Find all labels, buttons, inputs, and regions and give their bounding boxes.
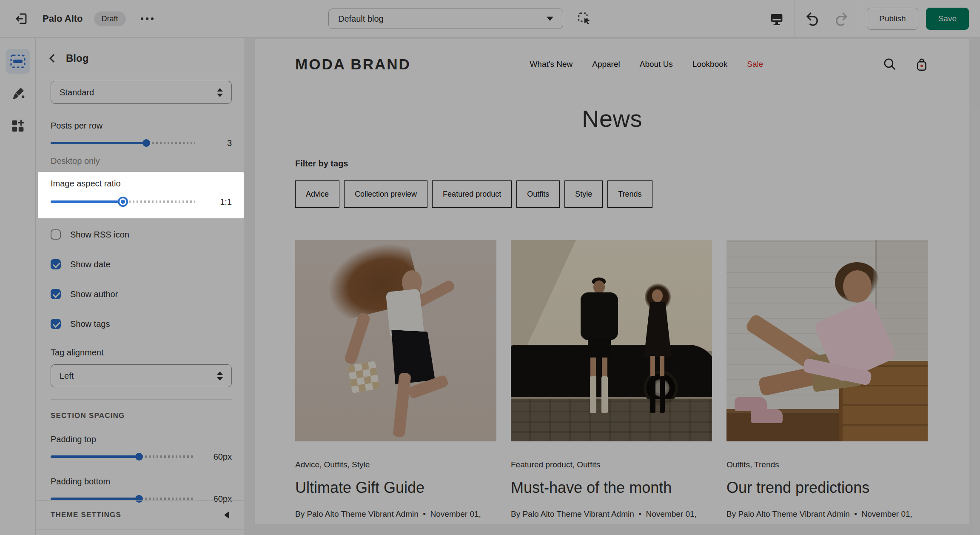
show-tags-checkbox-row[interactable]: Show tags [51, 319, 232, 329]
site-logo[interactable]: MODA BRAND [295, 56, 411, 73]
publish-button[interactable]: Publish [867, 8, 918, 30]
checkbox[interactable] [51, 259, 61, 269]
sidebar-title: Blog [66, 52, 88, 64]
nav-whats-new[interactable]: What's New [530, 60, 573, 69]
slider-thumb[interactable] [142, 139, 150, 147]
post-byline: By Palo Alto Theme Vibrant Admin • Novem… [295, 504, 496, 524]
back-chevron-icon[interactable] [49, 54, 58, 63]
apps-icon [11, 119, 25, 133]
blog-post-image[interactable] [295, 240, 496, 441]
post-tags[interactable]: Outfits, Trends [726, 460, 928, 469]
redo-icon [833, 11, 849, 26]
select-caret-icon [217, 372, 223, 381]
rail-apps-tab[interactable] [6, 114, 30, 138]
blog-post-card: Outfits, Trends Our trend predictions By… [726, 240, 928, 524]
tag-filter-featured-product[interactable]: Featured product [432, 180, 512, 208]
tag-filter-outfits[interactable]: Outfits [516, 180, 560, 208]
tag-filter-trends[interactable]: Trends [607, 180, 652, 208]
theme-editor-app: Palo Alto Draft Default blog [0, 0, 980, 535]
tag-filter-collection-preview[interactable]: Collection preview [344, 180, 427, 208]
rail-theme-settings-tab[interactable] [6, 81, 30, 106]
page-title: News [295, 105, 929, 132]
post-tags[interactable]: Featured product, Outfits [511, 460, 712, 469]
exit-editor-button[interactable] [11, 9, 31, 29]
redo-button[interactable] [831, 9, 851, 29]
preview-canvas: MODA BRAND What's New Apparel About Us L… [244, 38, 980, 535]
more-actions-button[interactable] [137, 9, 157, 29]
section-picker-button[interactable] [574, 9, 595, 29]
slider-thumb[interactable] [135, 453, 143, 461]
tag-filter-row: Advice Collection preview Featured produ… [295, 180, 929, 208]
divider [859, 0, 859, 37]
sections-icon [10, 54, 26, 69]
checkbox[interactable] [51, 289, 61, 299]
search-icon[interactable] [882, 57, 897, 72]
blog-post-image[interactable] [726, 240, 928, 441]
post-byline: By Palo Alto Theme Vibrant Admin • Novem… [511, 504, 712, 524]
blog-post-grid: Advice, Outfits, Style Ultimate Gift Gui… [295, 240, 929, 524]
tag-filter-style[interactable]: Style [564, 180, 603, 208]
tag-alignment-select[interactable]: Left [51, 364, 232, 387]
tag-alignment-setting: Tag alignment Left [51, 348, 232, 387]
image-aspect-ratio-spotlight: Image aspect ratio 1:1 [38, 172, 244, 218]
select-caret-icon [217, 88, 223, 97]
setting-label: Image aspect ratio [51, 179, 232, 189]
topbar: Palo Alto Draft Default blog [0, 0, 980, 37]
setting-label: Tag alignment [51, 348, 232, 358]
post-tags[interactable]: Advice, Outfits, Style [295, 460, 496, 469]
cart-bag-icon[interactable] [914, 57, 929, 72]
chevron-down-icon [547, 17, 553, 21]
post-title[interactable]: Must-have of the month [511, 479, 712, 497]
checkbox[interactable] [51, 229, 61, 240]
undo-button[interactable] [803, 9, 823, 29]
show-author-checkbox-row[interactable]: Show author [51, 289, 232, 299]
nav-lookbook[interactable]: Lookbook [692, 60, 727, 69]
site-nav: What's New Apparel About Us Lookbook Sal… [530, 60, 763, 69]
tag-filter-advice[interactable]: Advice [295, 180, 339, 208]
blog-post-card: Featured product, Outfits Must-have of t… [511, 240, 712, 524]
divider [51, 399, 232, 400]
nav-about-us[interactable]: About Us [640, 60, 673, 69]
section-spacing-heading: SECTION SPACING [51, 412, 232, 420]
blog-style-select[interactable]: Standard [51, 81, 232, 104]
posts-per-row-slider[interactable] [51, 137, 198, 149]
blog-post-card: Advice, Outfits, Style Ultimate Gift Gui… [295, 240, 496, 524]
exit-icon [14, 11, 28, 26]
desktop-preview-button[interactable] [766, 9, 787, 29]
show-rss-checkbox-row[interactable]: Show RSS icon [51, 229, 232, 240]
theme-title: Palo Alto [43, 13, 83, 24]
nav-apparel[interactable]: Apparel [592, 60, 620, 69]
rail-sections-tab[interactable] [6, 49, 30, 74]
setting-label: Padding bottom [51, 477, 232, 486]
slider-value: 1:1 [205, 197, 232, 207]
editor-rail [0, 38, 36, 535]
post-byline: By Palo Alto Theme Vibrant Admin • Novem… [726, 504, 928, 524]
slider-value: 60px [205, 452, 232, 462]
theme-settings-footer[interactable]: THEME SETTINGS [36, 500, 244, 529]
settings-sidebar: Blog Standard Posts per row 3 Desktop o [36, 38, 244, 535]
post-title[interactable]: Our trend predictions [726, 479, 928, 497]
ellipsis-icon [141, 17, 154, 20]
checkbox[interactable] [51, 319, 61, 329]
show-date-checkbox-row[interactable]: Show date [51, 259, 232, 269]
blog-template-select[interactable]: Default blog [328, 9, 563, 29]
posts-per-row-setting: Posts per row 3 [51, 121, 232, 149]
setting-label: Posts per row [51, 121, 232, 131]
sidebar-header: Blog [36, 38, 244, 79]
save-button[interactable]: Save [926, 8, 969, 30]
post-title[interactable]: Ultimate Gift Guide [295, 479, 496, 497]
select-element-icon [577, 11, 592, 26]
slider-thumb[interactable] [120, 198, 126, 205]
nav-sale[interactable]: Sale [747, 60, 763, 69]
image-aspect-ratio-slider[interactable] [51, 196, 198, 207]
site-header: MODA BRAND What's New Apparel About Us L… [295, 39, 929, 89]
paintbrush-icon [11, 86, 25, 101]
divider [795, 0, 795, 37]
collapse-triangle-icon [224, 511, 229, 519]
slider-value: 3 [205, 138, 232, 148]
monitor-icon [769, 11, 784, 26]
padding-top-slider[interactable] [51, 451, 198, 462]
status-badge: Draft [94, 11, 126, 26]
setting-label: Padding top [51, 435, 232, 444]
blog-post-image[interactable] [511, 240, 712, 441]
